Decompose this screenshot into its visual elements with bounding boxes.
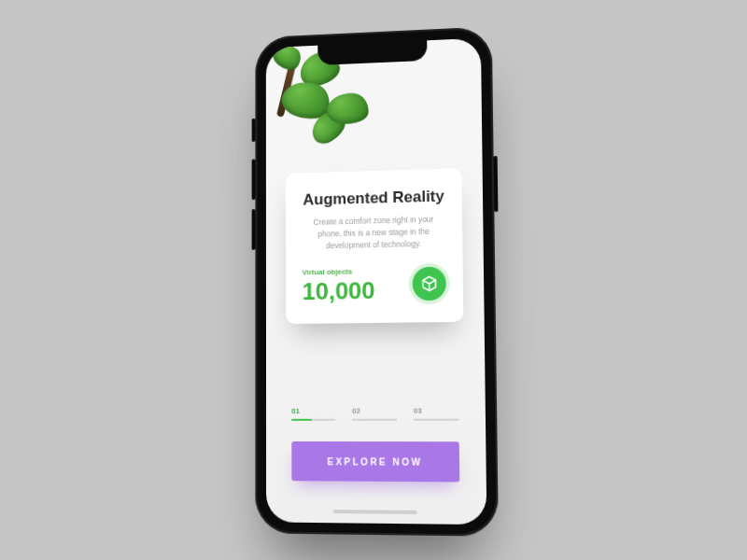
cube-icon: [413, 267, 446, 301]
page-indicator: 01 02 03: [291, 406, 458, 420]
app-screen: Augmented Reality Create a comfort zone …: [266, 38, 487, 525]
phone-mockup: Augmented Reality Create a comfort zone …: [255, 26, 499, 537]
phone-volume-up: [252, 159, 256, 200]
feature-card: Augmented Reality Create a comfort zone …: [286, 168, 463, 324]
page-step-2[interactable]: 02: [352, 407, 397, 421]
card-title: Augmented Reality: [302, 188, 445, 210]
card-description: Create a comfort zone right in your phon…: [302, 213, 445, 252]
page-step-1[interactable]: 01: [291, 407, 335, 421]
phone-mute-switch: [252, 119, 256, 142]
phone-volume-down: [252, 209, 256, 250]
stat-label: Virtual objects: [303, 267, 375, 276]
page-step-3[interactable]: 03: [414, 406, 459, 420]
phone-side-button: [494, 156, 499, 212]
page-step-3-label: 03: [414, 406, 422, 414]
phone-notch: [317, 40, 427, 65]
home-indicator: [333, 510, 417, 514]
page-step-1-label: 01: [291, 407, 300, 415]
stat-value: 10,000: [303, 278, 375, 303]
page-step-2-label: 02: [352, 407, 360, 415]
explore-now-button[interactable]: EXPLORE NOW: [291, 441, 459, 482]
